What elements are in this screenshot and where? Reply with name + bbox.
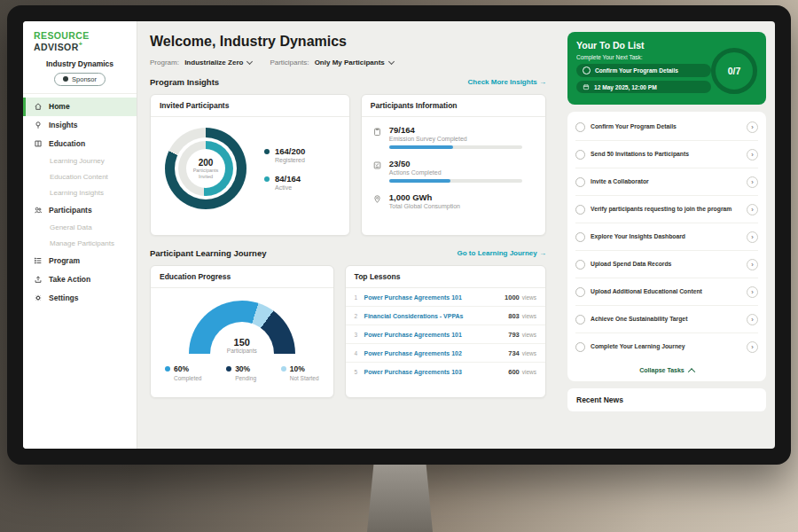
info-row-emission-survey: 79/164 Emission Survey Completed xyxy=(372,125,535,149)
sidebar-item-learning-insights[interactable]: Learning Insights xyxy=(23,185,137,201)
recent-news-title: Recent News xyxy=(576,395,623,404)
sidebar-item-program[interactable]: Program xyxy=(23,252,137,270)
participants-filter: Participants: Only My Participants xyxy=(270,59,393,66)
task-label: Upload Spend Data Records xyxy=(591,261,741,269)
go-to-learning-journey-link[interactable]: Go to Learning Journey → xyxy=(458,249,546,257)
lesson-rank: 5 xyxy=(355,369,364,375)
gauge-legend-dot xyxy=(165,366,170,372)
legend-value: 30% xyxy=(235,364,250,373)
task-checkbox[interactable] xyxy=(575,287,585,297)
task-checkbox[interactable] xyxy=(575,150,585,160)
sponsor-icon xyxy=(63,76,68,82)
chevron-glyph: › xyxy=(751,178,754,186)
chevron-right-icon[interactable]: › xyxy=(747,314,758,325)
gear-icon xyxy=(34,293,43,302)
info-label: Emission Survey Completed xyxy=(389,136,522,142)
task-row-complete-learning-journey[interactable]: Complete Your Learning Journey › xyxy=(575,333,758,360)
check-more-insights-link[interactable]: Check More Insights → xyxy=(468,78,546,86)
task-row-invite-collaborator[interactable]: Invite a Collaborator › xyxy=(575,168,758,196)
card-title: Education Progress xyxy=(151,266,333,288)
participants-filter-value[interactable]: Only My Participants xyxy=(315,59,385,66)
lesson-row: 4 Power Purchase Agreements 102 734 view… xyxy=(346,344,545,363)
task-row-upload-educational-content[interactable]: Upload Additional Educational Content › xyxy=(575,278,758,306)
sidebar-item-general-data[interactable]: General Data xyxy=(23,220,137,236)
gauge-center: 150 Participants xyxy=(189,337,295,354)
insights-cards-row: Invited Participants 200 Participants In… xyxy=(150,94,546,236)
sidebar-item-take-action[interactable]: Take Action xyxy=(23,270,137,289)
chevron-glyph: › xyxy=(751,316,754,324)
task-checkbox[interactable] xyxy=(575,177,585,187)
chevron-right-icon[interactable]: › xyxy=(747,259,758,270)
lesson-link[interactable]: Financial Considerations - VPPAs xyxy=(364,313,464,319)
recent-news-header: Recent News xyxy=(567,388,766,411)
task-row-verify-participants[interactable]: Verify participants requesting to join t… xyxy=(575,196,758,223)
info-row-actions: 23/50 Actions Completed xyxy=(372,159,535,183)
sidebar-item-participants[interactable]: Participants xyxy=(23,201,137,220)
learning-journey-header: Participant Learning Journey Go to Learn… xyxy=(150,248,546,258)
section-title: Program Insights xyxy=(150,77,219,87)
task-checkbox[interactable] xyxy=(575,315,585,325)
next-task-pill[interactable]: Confirm Your Program Details xyxy=(576,64,711,77)
task-checkbox[interactable] xyxy=(575,342,585,352)
calendar-icon xyxy=(583,83,590,90)
task-row-confirm-program[interactable]: Confirm Your Program Details › xyxy=(575,113,758,141)
chevron-right-icon[interactable]: › xyxy=(747,286,758,298)
chevron-right-icon[interactable]: › xyxy=(747,149,758,160)
chevron-right-icon[interactable]: › xyxy=(747,121,758,133)
card-title: Invited Participants xyxy=(151,95,349,117)
sidebar-item-learning-journey[interactable]: Learning Journey xyxy=(23,153,137,169)
lesson-link[interactable]: Power Purchase Agreements 102 xyxy=(364,350,462,356)
collapse-tasks-button[interactable]: Collapse Tasks xyxy=(575,360,758,379)
chevron-glyph: › xyxy=(751,206,754,214)
program-filter-value[interactable]: Industrialize Zero xyxy=(184,59,243,66)
sidebar-item-home[interactable]: Home xyxy=(23,98,137,116)
education-gauge-chart: 150 Participants xyxy=(189,301,295,354)
chevron-down-icon[interactable] xyxy=(388,59,395,65)
task-label: Achieve One Sustainability Target xyxy=(591,316,741,324)
logo-resource: RESOURCE xyxy=(34,30,90,41)
chevron-glyph: › xyxy=(751,343,754,351)
sidebar-item-label: Program xyxy=(49,256,80,265)
chevron-glyph: › xyxy=(751,123,754,131)
sidebar-item-insights[interactable]: Insights xyxy=(23,116,137,135)
chevron-glyph: › xyxy=(751,233,754,241)
action-arrow-icon xyxy=(34,275,43,284)
lesson-link[interactable]: Power Purchase Agreements 101 xyxy=(364,332,462,338)
task-checkbox[interactable] xyxy=(575,232,585,242)
sidebar-item-manage-participants[interactable]: Manage Participants xyxy=(23,236,137,252)
sidebar-item-education-content[interactable]: Education Content xyxy=(23,169,137,185)
task-checkbox[interactable] xyxy=(575,122,585,132)
chevron-right-icon[interactable]: › xyxy=(747,176,758,188)
sidebar-item-label: Participants xyxy=(49,206,92,215)
program-filter-label: Program: xyxy=(150,59,179,66)
invited-participants-card: Invited Participants 200 Participants In… xyxy=(150,94,350,236)
legend-label: Not Started xyxy=(290,375,319,381)
lesson-views: 1000 xyxy=(505,293,520,301)
gauge-legend-dot xyxy=(226,366,231,372)
progress-bar-fill xyxy=(389,179,450,183)
task-row-send-invitations[interactable]: Send 50 Invitations to Participants › xyxy=(575,141,758,168)
task-row-explore-insights[interactable]: Explore Your Insights Dashboard › xyxy=(575,223,758,251)
app-logo: RESOURCE ADVISOR+ xyxy=(23,21,137,56)
link-label: Go to Learning Journey xyxy=(458,249,537,257)
chevron-right-icon[interactable]: › xyxy=(747,341,758,353)
lesson-views-word: views xyxy=(522,332,536,338)
sidebar-item-settings[interactable]: Settings xyxy=(23,289,137,308)
chevron-down-icon[interactable] xyxy=(246,59,253,65)
sidebar-item-education[interactable]: Education xyxy=(23,135,137,153)
legend-label: Registered xyxy=(275,157,305,163)
task-label: Explore Your Insights Dashboard xyxy=(591,233,741,241)
sidebar-item-label: Learning Journey xyxy=(50,157,105,165)
chevron-right-icon[interactable]: › xyxy=(747,231,758,243)
sidebar: RESOURCE ADVISOR+ Industry Dynamics Spon… xyxy=(23,21,137,449)
task-checkbox[interactable] xyxy=(575,260,585,270)
todo-task-list: Confirm Your Program Details › Send 50 I… xyxy=(567,112,766,381)
chevron-right-icon[interactable]: › xyxy=(747,204,758,215)
task-row-achieve-target[interactable]: Achieve One Sustainability Target › xyxy=(575,306,758,333)
task-checkbox[interactable] xyxy=(575,205,585,215)
task-row-upload-spend-data[interactable]: Upload Spend Data Records › xyxy=(575,251,758,278)
sponsor-badge[interactable]: Sponsor xyxy=(54,73,106,86)
lesson-rank: 2 xyxy=(355,313,364,319)
lesson-link[interactable]: Power Purchase Agreements 103 xyxy=(364,369,462,375)
lesson-link[interactable]: Power Purchase Agreements 101 xyxy=(364,294,462,301)
